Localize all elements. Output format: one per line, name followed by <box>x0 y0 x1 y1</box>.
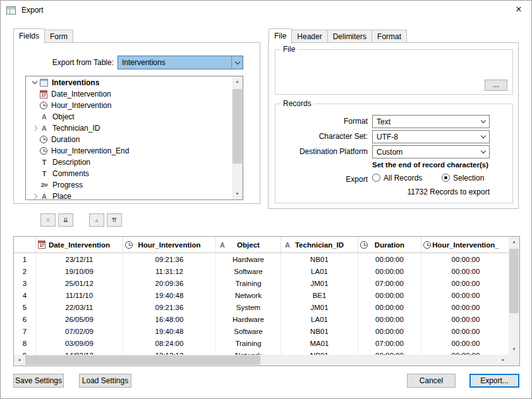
table-cell: 20:09:36 <box>123 278 216 290</box>
save-settings-button[interactable]: Save Settings <box>13 374 64 388</box>
character-set-select[interactable]: UTF-8 <box>372 130 490 143</box>
table-cell: 11/11/10 <box>36 290 123 302</box>
table-row[interactable]: 626/05/0916:48:00HardwareLA0100:00:0000:… <box>14 314 509 326</box>
twisty-spacer <box>29 146 40 156</box>
table-row[interactable]: 803/09/0908:24:00TrainingMA0107:00:0000:… <box>14 338 509 350</box>
table-cell: MA01 <box>281 338 358 350</box>
tree-item-object[interactable]: AObject <box>26 111 243 122</box>
move-down-button[interactable]: ▼ <box>40 213 56 227</box>
chevron-down-icon[interactable] <box>29 78 40 88</box>
load-settings-button[interactable]: Load Settings <box>79 374 131 388</box>
tree-item-description[interactable]: TDescription <box>26 157 243 168</box>
table-row[interactable]: 325/01/1220:09:36TrainingJM0107:00:0000:… <box>14 278 509 290</box>
tree-item-progress[interactable]: 232Progress <box>26 179 243 191</box>
tree-item-hour_intervention_end[interactable]: Hour_Intervention_End <box>26 145 243 157</box>
column-header-technician_id[interactable]: ATechnician_ID <box>281 237 358 253</box>
time-icon <box>125 241 133 249</box>
table-cell: 25/01/12 <box>36 278 123 290</box>
fields-tab-fields[interactable]: Fields <box>13 28 45 44</box>
tree-item-label: Hour_Intervention_End <box>51 146 129 155</box>
scroll-right-icon[interactable] <box>498 355 509 366</box>
format-label: Format <box>282 115 368 128</box>
table-row[interactable]: 707/02/0919:40:48SoftwareNB0100:00:0000:… <box>14 326 509 338</box>
radio-all-records[interactable]: All Records <box>372 173 422 182</box>
table-cell: 19:40:48 <box>123 290 216 302</box>
scroll-down-icon[interactable] <box>232 189 243 200</box>
fields-tab-form[interactable]: Form <box>44 30 73 43</box>
file-tab-file[interactable]: File <box>269 28 292 44</box>
tree-item-hour_intervention[interactable]: Hour_Intervention <box>26 100 243 111</box>
chevron-right-icon[interactable] <box>29 191 40 200</box>
fields-tree: Interventions Date_InterventionHour_Inte… <box>25 76 243 200</box>
tree-root-interventions[interactable]: Interventions <box>26 76 243 88</box>
tree-item-technician_id[interactable]: ATechnician_ID <box>26 122 243 134</box>
move-all-up-button[interactable]: ⇈ <box>107 213 122 227</box>
table-cell: System <box>216 302 281 314</box>
table-vertical-scrollbar[interactable] <box>509 237 519 355</box>
table-row[interactable]: 123/12/1109:21:36HardwareNB0100:00:0000:… <box>14 254 509 266</box>
tree-item-place[interactable]: APlace <box>26 191 243 200</box>
table-cell: 00:00:00 <box>358 326 421 338</box>
window-title: Export <box>21 6 44 15</box>
radio-selection[interactable]: Selection <box>442 173 484 182</box>
column-header-hour_intervention_[interactable]: Hour_Intervention_ <box>421 237 510 253</box>
file-tab-delimiters[interactable]: Delimiters <box>327 30 372 43</box>
table-row[interactable]: 522/03/1109:21:36SystemJM0100:00:0000:00… <box>14 302 509 314</box>
move-up-button[interactable]: ▲ <box>89 213 104 227</box>
scrollbar-thumb[interactable] <box>233 89 242 164</box>
format-select[interactable]: Text <box>372 115 490 128</box>
scrollbar-thumb[interactable] <box>509 249 519 313</box>
table-cell: Training <box>216 338 281 350</box>
cancel-button[interactable]: Cancel <box>407 374 456 388</box>
table-cell: 00:00:00 <box>358 302 421 314</box>
chevron-down-icon <box>478 131 489 143</box>
tree-item-label: Technician_ID <box>52 124 100 133</box>
field-move-buttons: ▼⇊▲⇈ <box>40 213 167 227</box>
table-cell: 09:21:36 <box>123 302 216 314</box>
table-cell: LA01 <box>281 314 358 326</box>
scrollbar-thumb[interactable] <box>25 355 260 365</box>
tree-vertical-scrollbar[interactable] <box>232 76 243 200</box>
radio-circle-icon <box>442 174 450 182</box>
table-horizontal-scrollbar[interactable] <box>14 355 509 366</box>
chevron-right-icon[interactable] <box>29 123 40 133</box>
tree-item-date_intervention[interactable]: Date_Intervention <box>26 88 243 100</box>
column-header-hour_intervention[interactable]: Hour_Intervention <box>123 237 216 253</box>
scroll-up-icon[interactable] <box>509 237 519 247</box>
column-label: Technician_ID <box>295 241 344 249</box>
column-header-date_intervention[interactable]: Date_Intervention <box>36 237 123 253</box>
table-row[interactable]: 914/02/1210:12:12NetworkNB0100:00:0000:0… <box>14 350 509 355</box>
tree-item-duration[interactable]: Duration <box>26 134 243 145</box>
move-all-down-button[interactable]: ⇊ <box>58 213 73 227</box>
table-row[interactable]: 219/10/0911:31:12SoftwareLA0100:00:0000:… <box>14 266 509 278</box>
file-tab-header[interactable]: Header <box>291 30 327 43</box>
file-tab-format[interactable]: Format <box>372 30 407 43</box>
close-button[interactable]: × <box>506 1 531 20</box>
fields-tabstrip: FieldsForm <box>13 28 73 43</box>
row-number: 5 <box>14 302 36 314</box>
column-label: Date_Intervention <box>49 241 110 249</box>
table-cell: Hardware <box>216 314 281 326</box>
column-header-duration[interactable]: Duration <box>358 237 421 253</box>
combo-value: Custom <box>373 146 478 158</box>
scroll-up-icon[interactable] <box>232 76 243 87</box>
time-icon <box>40 136 47 143</box>
tree-item-comments[interactable]: TComments <box>26 168 243 179</box>
export-table-select[interactable]: Interventions <box>118 56 243 69</box>
scroll-left-icon[interactable] <box>14 355 25 366</box>
table-cell: 26/05/09 <box>36 314 123 326</box>
titlebar: Export × <box>1 1 531 20</box>
column-header-object[interactable]: AObject <box>216 237 281 253</box>
preview-table: Date_InterventionHour_InterventionAObjec… <box>13 236 520 366</box>
row-number: 8 <box>14 338 36 350</box>
table-cell: Software <box>216 326 281 338</box>
destination-platform-select[interactable]: Custom <box>372 145 490 158</box>
alpha-icon: A <box>40 192 49 200</box>
scroll-down-icon[interactable] <box>509 344 519 355</box>
alpha-icon: A <box>283 241 292 249</box>
export-from-table-label: Export from Table: <box>24 56 114 69</box>
export-button[interactable]: Export... <box>469 374 519 388</box>
tree-item-list: Date_InterventionHour_InterventionAObjec… <box>26 88 243 200</box>
browse-button[interactable]: ... <box>485 80 507 91</box>
table-row[interactable]: 411/11/1019:40:48NetworkBE100:00:0000:00… <box>14 290 509 302</box>
